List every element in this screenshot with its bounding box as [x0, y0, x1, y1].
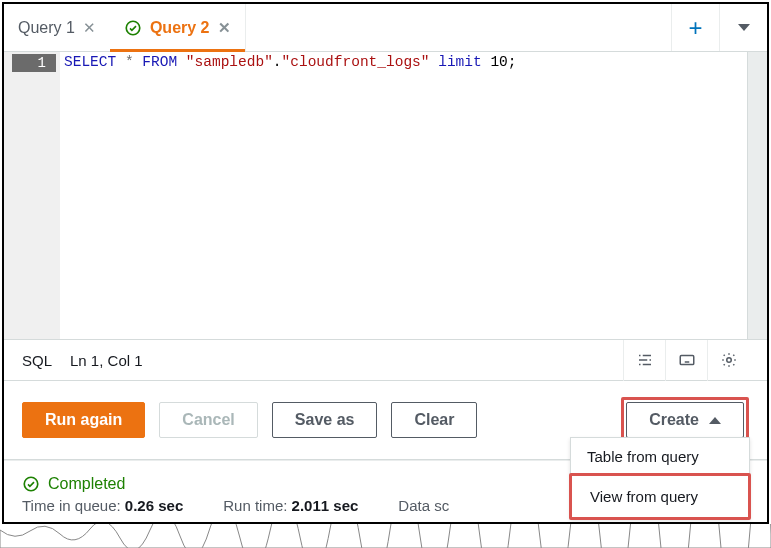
chevron-up-icon — [709, 417, 721, 424]
close-icon[interactable]: ✕ — [218, 20, 231, 35]
line-number: 1 — [12, 54, 56, 72]
cancel-button: Cancel — [159, 402, 257, 438]
data-scanned: Data sc — [398, 497, 449, 514]
save-as-label: Save as — [295, 411, 355, 429]
menu-item-table-from-query[interactable]: Table from query — [571, 438, 749, 475]
tab-actions: + — [671, 4, 767, 51]
svg-rect-1 — [680, 356, 694, 365]
result-status-text: Completed — [48, 475, 125, 493]
code-area[interactable]: SELECT * FROM "sampledb"."cloudfront_log… — [60, 52, 767, 339]
create-dropdown: Table from query View from query — [570, 437, 750, 519]
torn-edge — [0, 524, 771, 548]
close-icon[interactable]: ✕ — [83, 20, 96, 35]
create-label: Create — [649, 411, 699, 429]
save-as-button[interactable]: Save as — [272, 402, 378, 438]
editor-mode: SQL — [22, 352, 52, 369]
keyboard-button[interactable] — [665, 340, 707, 381]
cursor-position: Ln 1, Col 1 — [70, 352, 143, 369]
settings-button[interactable] — [707, 340, 749, 381]
clear-button[interactable]: Clear — [391, 402, 477, 438]
add-tab-button[interactable]: + — [671, 4, 719, 51]
run-label: Run again — [45, 411, 122, 429]
check-circle-icon — [124, 19, 142, 37]
sql-editor[interactable]: 1 SELECT * FROM "sampledb"."cloudfront_l… — [4, 52, 767, 339]
create-button[interactable]: Create — [626, 402, 744, 438]
tab-overflow-button[interactable] — [719, 4, 767, 51]
code-line[interactable]: SELECT * FROM "sampledb"."cloudfront_log… — [60, 52, 767, 72]
editor-status-bar: SQL Ln 1, Col 1 — [4, 339, 767, 381]
tab-label: Query 1 — [18, 19, 75, 37]
check-circle-icon — [22, 475, 40, 493]
run-time: Run time: 2.011 sec — [223, 497, 358, 514]
clear-label: Clear — [414, 411, 454, 429]
chevron-down-icon — [738, 24, 750, 31]
queue-time: Time in queue: 0.26 sec — [22, 497, 183, 514]
tab-bar: Query 1 ✕ Query 2 ✕ + — [4, 4, 767, 52]
tab-query-2[interactable]: Query 2 ✕ — [110, 4, 245, 51]
action-bar: Run again Cancel Save as Clear Create Ta… — [4, 381, 767, 460]
svg-point-2 — [726, 358, 731, 363]
vertical-scrollbar[interactable] — [747, 52, 767, 339]
run-button[interactable]: Run again — [22, 402, 145, 438]
menu-item-view-from-query[interactable]: View from query — [574, 478, 746, 515]
editor-gutter: 1 — [4, 52, 60, 339]
tab-query-1[interactable]: Query 1 ✕ — [4, 4, 110, 51]
highlight-view-from-query: View from query — [569, 473, 751, 520]
cancel-label: Cancel — [182, 411, 234, 429]
tab-label: Query 2 — [150, 19, 210, 37]
plus-icon: + — [688, 16, 702, 40]
format-button[interactable] — [623, 340, 665, 381]
